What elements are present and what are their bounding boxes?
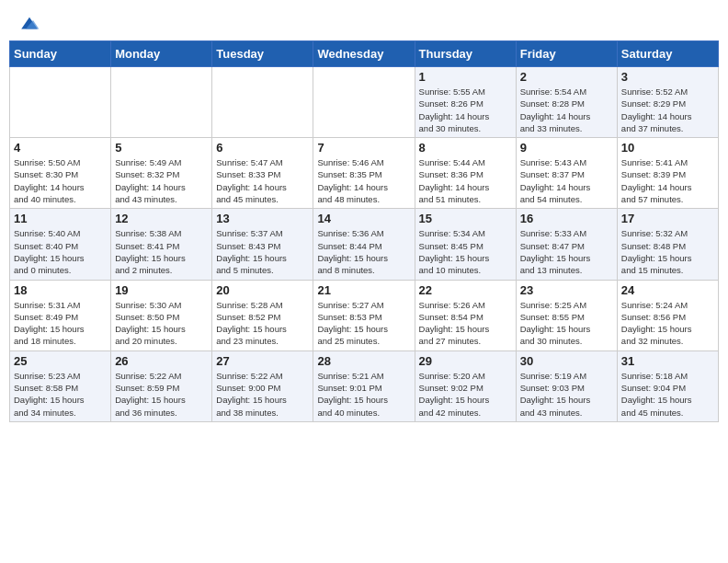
- day-number: 14: [317, 212, 410, 225]
- day-number: 7: [317, 141, 410, 155]
- day-number: 29: [419, 354, 512, 368]
- day-info: Sunrise: 5:19 AM Sunset: 9:03 PM Dayligh…: [520, 370, 613, 419]
- calendar-cell: [10, 67, 111, 138]
- calendar-week-row: 18Sunrise: 5:31 AM Sunset: 8:49 PM Dayli…: [10, 280, 719, 350]
- day-number: 26: [115, 354, 208, 368]
- day-number: 21: [317, 283, 410, 297]
- calendar-header-row: SundayMondayTuesdayWednesdayThursdayFrid…: [10, 41, 719, 67]
- day-number: 31: [621, 354, 714, 368]
- calendar-cell: 19Sunrise: 5:30 AM Sunset: 8:50 PM Dayli…: [111, 280, 212, 350]
- day-number: 25: [14, 354, 107, 368]
- page-header: [9, 9, 719, 33]
- calendar-cell: 1Sunrise: 5:55 AM Sunset: 8:26 PM Daylig…: [415, 67, 516, 138]
- weekday-header: Friday: [516, 41, 617, 67]
- day-info: Sunrise: 5:40 AM Sunset: 8:40 PM Dayligh…: [14, 227, 107, 276]
- calendar-cell: 23Sunrise: 5:25 AM Sunset: 8:55 PM Dayli…: [516, 280, 617, 350]
- day-info: Sunrise: 5:32 AM Sunset: 8:48 PM Dayligh…: [621, 227, 714, 276]
- weekday-header: Thursday: [415, 41, 516, 67]
- logo-icon: [18, 13, 40, 35]
- calendar-cell: 20Sunrise: 5:28 AM Sunset: 8:52 PM Dayli…: [212, 280, 313, 350]
- day-number: 1: [419, 70, 512, 84]
- calendar-cell: [111, 67, 212, 138]
- day-number: 5: [115, 141, 208, 155]
- calendar-week-row: 11Sunrise: 5:40 AM Sunset: 8:40 PM Dayli…: [10, 209, 719, 280]
- day-info: Sunrise: 5:50 AM Sunset: 8:30 PM Dayligh…: [14, 156, 107, 205]
- day-info: Sunrise: 5:21 AM Sunset: 9:01 PM Dayligh…: [317, 370, 410, 419]
- calendar-cell: 27Sunrise: 5:22 AM Sunset: 9:00 PM Dayli…: [212, 350, 313, 421]
- weekday-header: Wednesday: [313, 41, 415, 67]
- day-number: 30: [520, 354, 613, 368]
- day-info: Sunrise: 5:38 AM Sunset: 8:41 PM Dayligh…: [115, 227, 208, 276]
- calendar-cell: 16Sunrise: 5:33 AM Sunset: 8:47 PM Dayli…: [516, 209, 617, 280]
- weekday-header: Sunday: [10, 41, 111, 67]
- calendar-week-row: 1Sunrise: 5:55 AM Sunset: 8:26 PM Daylig…: [10, 67, 719, 138]
- calendar-cell: 5Sunrise: 5:49 AM Sunset: 8:32 PM Daylig…: [111, 138, 212, 209]
- day-number: 12: [115, 212, 208, 225]
- day-info: Sunrise: 5:43 AM Sunset: 8:37 PM Dayligh…: [520, 156, 613, 205]
- day-number: 3: [621, 70, 714, 84]
- calendar-cell: 2Sunrise: 5:54 AM Sunset: 8:28 PM Daylig…: [516, 67, 617, 138]
- day-info: Sunrise: 5:23 AM Sunset: 8:58 PM Dayligh…: [14, 370, 107, 419]
- calendar-cell: [212, 67, 313, 138]
- calendar-cell: 15Sunrise: 5:34 AM Sunset: 8:45 PM Dayli…: [415, 209, 516, 280]
- day-info: Sunrise: 5:55 AM Sunset: 8:26 PM Dayligh…: [419, 86, 512, 134]
- calendar-cell: 12Sunrise: 5:38 AM Sunset: 8:41 PM Dayli…: [111, 209, 212, 280]
- calendar-table: SundayMondayTuesdayWednesdayThursdayFrid…: [9, 40, 719, 422]
- day-info: Sunrise: 5:25 AM Sunset: 8:55 PM Dayligh…: [520, 299, 613, 348]
- day-info: Sunrise: 5:54 AM Sunset: 8:28 PM Dayligh…: [520, 86, 613, 134]
- calendar-cell: 21Sunrise: 5:27 AM Sunset: 8:53 PM Dayli…: [313, 280, 415, 350]
- day-number: 11: [14, 212, 107, 225]
- day-info: Sunrise: 5:46 AM Sunset: 8:35 PM Dayligh…: [317, 156, 410, 205]
- day-info: Sunrise: 5:18 AM Sunset: 9:04 PM Dayligh…: [621, 370, 714, 419]
- day-info: Sunrise: 5:49 AM Sunset: 8:32 PM Dayligh…: [115, 156, 208, 205]
- day-info: Sunrise: 5:30 AM Sunset: 8:50 PM Dayligh…: [115, 299, 208, 348]
- day-info: Sunrise: 5:41 AM Sunset: 8:39 PM Dayligh…: [621, 156, 714, 205]
- day-number: 16: [520, 212, 613, 225]
- day-number: 18: [14, 283, 107, 297]
- day-number: 27: [216, 354, 309, 368]
- day-number: 17: [621, 212, 714, 225]
- day-number: 20: [216, 283, 309, 297]
- day-number: 8: [419, 141, 512, 155]
- day-number: 2: [520, 70, 613, 84]
- day-number: 22: [419, 283, 512, 297]
- calendar-cell: 28Sunrise: 5:21 AM Sunset: 9:01 PM Dayli…: [313, 350, 415, 421]
- day-info: Sunrise: 5:36 AM Sunset: 8:44 PM Dayligh…: [317, 227, 410, 276]
- day-number: 24: [621, 283, 714, 297]
- day-info: Sunrise: 5:47 AM Sunset: 8:33 PM Dayligh…: [216, 156, 309, 205]
- calendar-cell: 10Sunrise: 5:41 AM Sunset: 8:39 PM Dayli…: [617, 138, 718, 209]
- calendar-cell: 22Sunrise: 5:26 AM Sunset: 8:54 PM Dayli…: [415, 280, 516, 350]
- calendar-cell: 29Sunrise: 5:20 AM Sunset: 9:02 PM Dayli…: [415, 350, 516, 421]
- day-info: Sunrise: 5:24 AM Sunset: 8:56 PM Dayligh…: [621, 299, 714, 348]
- calendar-cell: 8Sunrise: 5:44 AM Sunset: 8:36 PM Daylig…: [415, 138, 516, 209]
- day-number: 15: [419, 212, 512, 225]
- calendar-week-row: 4Sunrise: 5:50 AM Sunset: 8:30 PM Daylig…: [10, 138, 719, 209]
- day-info: Sunrise: 5:37 AM Sunset: 8:43 PM Dayligh…: [216, 227, 309, 276]
- calendar-cell: 18Sunrise: 5:31 AM Sunset: 8:49 PM Dayli…: [10, 280, 111, 350]
- day-number: 28: [317, 354, 410, 368]
- day-number: 6: [216, 141, 309, 155]
- calendar-cell: 7Sunrise: 5:46 AM Sunset: 8:35 PM Daylig…: [313, 138, 415, 209]
- calendar-cell: 3Sunrise: 5:52 AM Sunset: 8:29 PM Daylig…: [617, 67, 718, 138]
- day-info: Sunrise: 5:33 AM Sunset: 8:47 PM Dayligh…: [520, 227, 613, 276]
- calendar-cell: 31Sunrise: 5:18 AM Sunset: 9:04 PM Dayli…: [617, 350, 718, 421]
- logo: [17, 13, 40, 29]
- weekday-header: Tuesday: [212, 41, 313, 67]
- calendar-cell: 11Sunrise: 5:40 AM Sunset: 8:40 PM Dayli…: [10, 209, 111, 280]
- day-info: Sunrise: 5:22 AM Sunset: 9:00 PM Dayligh…: [216, 370, 309, 419]
- calendar-week-row: 25Sunrise: 5:23 AM Sunset: 8:58 PM Dayli…: [10, 350, 719, 421]
- day-number: 9: [520, 141, 613, 155]
- day-info: Sunrise: 5:26 AM Sunset: 8:54 PM Dayligh…: [419, 299, 512, 348]
- day-number: 13: [216, 212, 309, 225]
- day-info: Sunrise: 5:44 AM Sunset: 8:36 PM Dayligh…: [419, 156, 512, 205]
- calendar-cell: 30Sunrise: 5:19 AM Sunset: 9:03 PM Dayli…: [516, 350, 617, 421]
- day-info: Sunrise: 5:31 AM Sunset: 8:49 PM Dayligh…: [14, 299, 107, 348]
- weekday-header: Monday: [111, 41, 212, 67]
- calendar-cell: 25Sunrise: 5:23 AM Sunset: 8:58 PM Dayli…: [10, 350, 111, 421]
- day-info: Sunrise: 5:20 AM Sunset: 9:02 PM Dayligh…: [419, 370, 512, 419]
- calendar-cell: 4Sunrise: 5:50 AM Sunset: 8:30 PM Daylig…: [10, 138, 111, 209]
- calendar-cell: 26Sunrise: 5:22 AM Sunset: 8:59 PM Dayli…: [111, 350, 212, 421]
- day-info: Sunrise: 5:27 AM Sunset: 8:53 PM Dayligh…: [317, 299, 410, 348]
- calendar-cell: 17Sunrise: 5:32 AM Sunset: 8:48 PM Dayli…: [617, 209, 718, 280]
- calendar-cell: [313, 67, 415, 138]
